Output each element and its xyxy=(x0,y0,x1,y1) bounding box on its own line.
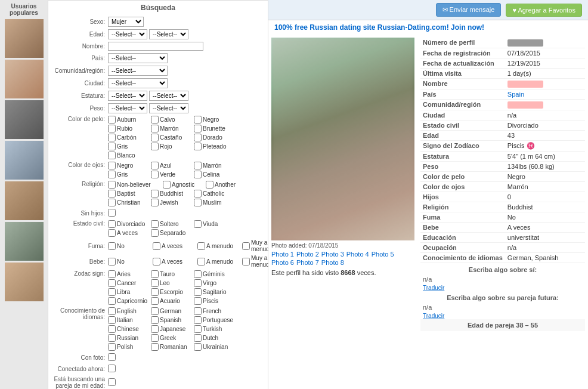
smoke-no-check[interactable] xyxy=(108,242,116,250)
country-select[interactable]: --Select-- xyxy=(108,53,168,63)
photo-link-8[interactable]: Photo 8 xyxy=(321,259,344,266)
weight-from-select[interactable]: --Select-- xyxy=(108,103,147,113)
photo-link-2[interactable]: Photo 2 xyxy=(296,251,319,258)
photo-link-4[interactable]: Photo 4 xyxy=(346,251,369,258)
with-photo-check[interactable] xyxy=(108,353,116,361)
cs-separado-check[interactable] xyxy=(151,229,159,237)
zod-virgo-check[interactable] xyxy=(194,279,202,287)
hair-plateado-check[interactable] xyxy=(194,143,202,150)
rel-christian-check[interactable] xyxy=(108,199,116,206)
main-photo[interactable] xyxy=(271,38,414,240)
photo-link-5[interactable]: Photo 5 xyxy=(372,251,394,258)
zod-aries-check[interactable] xyxy=(108,270,116,278)
height-to-select[interactable]: --Select-- xyxy=(149,91,188,101)
region-select[interactable]: --Select-- xyxy=(108,66,168,76)
cs-soltero-check[interactable] xyxy=(151,220,159,228)
rel-another-check[interactable] xyxy=(206,181,213,189)
eye-marron-check[interactable] xyxy=(194,162,202,169)
lang-russian-check[interactable] xyxy=(108,334,116,342)
photo-link-1[interactable]: Photo 1 xyxy=(271,251,294,258)
drink-mucho-check[interactable] xyxy=(242,258,250,265)
eye-negro-check[interactable] xyxy=(108,162,116,169)
smoke-amenudo-check[interactable] xyxy=(197,242,205,250)
lang-italian-check[interactable] xyxy=(108,316,116,324)
lang-german-check[interactable] xyxy=(151,307,159,315)
rel-baptist-check[interactable] xyxy=(108,190,116,197)
top-add-favorite-button[interactable]: ♥ Agregar a Favoritos xyxy=(506,4,582,17)
sidebar-avatar-7[interactable] xyxy=(5,263,44,301)
age-to-select[interactable]: --Select-- xyxy=(149,29,188,39)
drink-amenudo-check[interactable] xyxy=(197,258,205,265)
hair-rubio-check[interactable] xyxy=(108,125,116,132)
lang-japanese-check[interactable] xyxy=(151,325,159,333)
hair-blanco-check[interactable] xyxy=(108,152,116,159)
age-from-select[interactable]: --Select-- xyxy=(108,29,147,39)
eye-azul-check[interactable] xyxy=(151,162,159,169)
hair-carbon-check[interactable] xyxy=(108,134,116,141)
connected-check[interactable] xyxy=(108,365,116,372)
zod-piscis-check[interactable] xyxy=(194,297,202,305)
lang-dutch-check[interactable] xyxy=(194,334,202,342)
lang-spanish-check[interactable] xyxy=(151,316,159,324)
hair-rojo-check[interactable] xyxy=(151,143,159,150)
sidebar-avatar-1[interactable] xyxy=(5,19,44,58)
hair-castano-check[interactable] xyxy=(151,134,159,141)
lang-polish-check[interactable] xyxy=(108,343,116,351)
cs-divorciado-check[interactable] xyxy=(108,220,116,228)
photo-link-3[interactable]: Photo 3 xyxy=(321,251,344,258)
lang-ukrainian-check[interactable] xyxy=(194,343,202,351)
zod-acuario-check[interactable] xyxy=(151,297,159,305)
cs-aveces-check[interactable] xyxy=(108,229,116,237)
sidebar-avatar-2[interactable] xyxy=(5,60,44,98)
photo-link-6[interactable]: Photo 6 xyxy=(271,259,294,266)
lang-portuguese-check[interactable] xyxy=(194,316,202,324)
rel-jewish-check[interactable] xyxy=(151,199,159,206)
top-send-message-button[interactable]: ✉ Enviar mensaje xyxy=(436,3,502,17)
rel-muslim-check[interactable] xyxy=(194,199,202,206)
lang-english-check[interactable] xyxy=(108,307,116,315)
cs-viuda-check[interactable] xyxy=(194,220,202,228)
zod-sagitario-check[interactable] xyxy=(194,288,202,296)
country-value[interactable]: Spain xyxy=(507,91,524,98)
sex-select[interactable]: MujerHombreAmbos xyxy=(108,17,144,27)
sidebar-avatar-4[interactable] xyxy=(5,141,44,180)
city-select[interactable]: --Select-- xyxy=(108,78,168,88)
hair-brunette-check[interactable] xyxy=(194,125,202,132)
hair-calvo-check[interactable] xyxy=(151,116,159,124)
sidebar-avatar-5[interactable] xyxy=(5,181,44,220)
lang-french-check[interactable] xyxy=(194,307,202,315)
photo-link-7[interactable]: Photo 7 xyxy=(296,259,319,266)
rel-nonbeliever-check[interactable] xyxy=(108,181,116,189)
name-input[interactable] xyxy=(108,42,203,51)
hair-negro-check[interactable] xyxy=(194,116,202,124)
weight-to-select[interactable]: --Select-- xyxy=(149,103,188,113)
about-translate-link[interactable]: Traducir xyxy=(423,285,444,291)
eye-celina-check[interactable] xyxy=(194,171,202,178)
drink-no-check[interactable] xyxy=(108,258,116,265)
lang-turkish-check[interactable] xyxy=(194,325,202,333)
zod-cancer-check[interactable] xyxy=(108,279,116,287)
height-from-select[interactable]: --Select-- xyxy=(108,91,147,101)
lang-chinese-check[interactable] xyxy=(108,325,116,333)
zod-capricornio-check[interactable] xyxy=(108,297,116,305)
looking-for-check[interactable] xyxy=(108,378,116,386)
zod-libra-check[interactable] xyxy=(108,288,116,296)
sidebar-avatar-3[interactable] xyxy=(5,100,44,139)
no-kids-check[interactable] xyxy=(108,209,116,217)
zod-leo-check[interactable] xyxy=(151,279,159,287)
hair-dorado-check[interactable] xyxy=(194,134,202,141)
promo-link[interactable]: 100% free Russian dating site Russian-Da… xyxy=(274,23,484,32)
rel-agnostic-check[interactable] xyxy=(163,181,171,189)
zod-escorpio-check[interactable] xyxy=(151,288,159,296)
zod-tauro-check[interactable] xyxy=(151,270,159,278)
hair-auburn-check[interactable] xyxy=(108,116,116,124)
sidebar-avatar-6[interactable] xyxy=(5,222,44,261)
rel-buddhist-check[interactable] xyxy=(151,190,159,197)
drink-aveces-check[interactable] xyxy=(153,258,160,265)
lang-romanian-check[interactable] xyxy=(151,343,159,351)
eye-gris-check[interactable] xyxy=(108,171,116,178)
smoke-mucho-check[interactable] xyxy=(242,242,250,250)
hair-marron-check[interactable] xyxy=(151,125,159,132)
zod-geminis-check[interactable] xyxy=(194,270,202,278)
lang-greek-check[interactable] xyxy=(151,334,159,342)
